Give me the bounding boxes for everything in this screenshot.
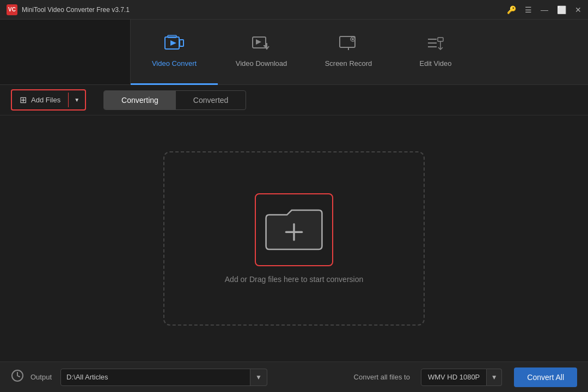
tab-screen-record-label: Screen Record: [325, 59, 372, 68]
app-logo: VC: [7, 4, 17, 15]
add-files-main[interactable]: ⊞ Add Files: [12, 90, 68, 109]
add-files-dropdown-arrow[interactable]: ▼: [68, 93, 85, 107]
title-bar: VC MiniTool Video Converter Free v3.7.1 …: [0, 0, 588, 20]
tab-screen-record[interactable]: Screen Record: [305, 20, 392, 85]
nav-sidebar: [0, 20, 131, 84]
video-download-icon: [252, 35, 271, 55]
converting-tabs: Converting Converted: [103, 90, 246, 110]
toolbar: ⊞ Add Files ▼ Converting Converted: [0, 85, 588, 115]
chevron-down-icon: ▼: [74, 97, 79, 103]
folder-icon: [261, 200, 327, 260]
hamburger-icon[interactable]: ☰: [525, 5, 532, 14]
tab-edit-video-label: Edit Video: [419, 59, 451, 68]
key-icon[interactable]: 🔑: [507, 5, 516, 14]
convert-all-button[interactable]: Convert All: [514, 367, 577, 387]
chevron-down-icon-output: ▼: [255, 373, 262, 381]
converted-tab[interactable]: Converted: [176, 91, 246, 109]
video-convert-icon: [164, 35, 184, 55]
add-icon: ⊞: [20, 95, 27, 105]
close-btn[interactable]: ✕: [575, 5, 581, 14]
title-controls: 🔑 ☰ — ⬜ ✕: [507, 5, 581, 14]
svg-marker-5: [256, 39, 261, 45]
svg-point-12: [352, 38, 354, 40]
output-label: Output: [30, 373, 52, 381]
format-value: WMV HD 1080P: [421, 369, 487, 386]
tab-video-convert-label: Video Convert: [152, 59, 197, 68]
tab-video-download[interactable]: Video Download: [218, 20, 305, 85]
main-content: Add or Drag files here to start conversi…: [0, 115, 588, 362]
svg-marker-2: [170, 40, 176, 46]
tab-video-convert[interactable]: Video Convert: [131, 20, 218, 85]
status-bar: Output D:\All Articles ▼ Convert all fil…: [0, 362, 588, 392]
add-files-btn[interactable]: ⊞ Add Files ▼: [11, 89, 86, 111]
edit-video-icon: [426, 35, 445, 55]
output-path: D:\All Articles: [60, 369, 267, 386]
drop-zone[interactable]: Add or Drag files here to start conversi…: [163, 151, 425, 326]
minimize-btn[interactable]: —: [541, 5, 548, 14]
format-selector: WMV HD 1080P ▼: [421, 369, 502, 386]
tab-edit-video[interactable]: Edit Video: [392, 20, 479, 85]
title-left: VC MiniTool Video Converter Free v3.7.1: [7, 4, 130, 15]
svg-rect-8: [340, 36, 355, 47]
nav-tabs: Video Convert Video Download: [131, 20, 588, 84]
converting-tab[interactable]: Converting: [104, 91, 176, 109]
svg-rect-16: [438, 38, 443, 41]
drop-hint: Add or Drag files here to start conversi…: [225, 275, 363, 284]
chevron-down-icon-format: ▼: [491, 373, 498, 381]
output-path-wrap: D:\All Articles ▼: [60, 369, 267, 386]
app-title: MiniTool Video Converter Free v3.7.1: [22, 6, 130, 14]
restore-btn[interactable]: ⬜: [557, 5, 566, 14]
convert-all-files-label: Convert all files to: [354, 373, 410, 381]
format-dropdown-btn[interactable]: ▼: [487, 369, 502, 386]
screen-record-icon: [339, 35, 358, 55]
clock-icon: [11, 369, 24, 385]
folder-icon-wrap: [255, 193, 333, 266]
output-path-dropdown-btn[interactable]: ▼: [250, 369, 267, 386]
nav-bar: Video Convert Video Download: [0, 20, 588, 85]
tab-video-download-label: Video Download: [236, 59, 287, 68]
svg-rect-3: [180, 40, 183, 46]
add-files-label: Add Files: [31, 96, 60, 104]
